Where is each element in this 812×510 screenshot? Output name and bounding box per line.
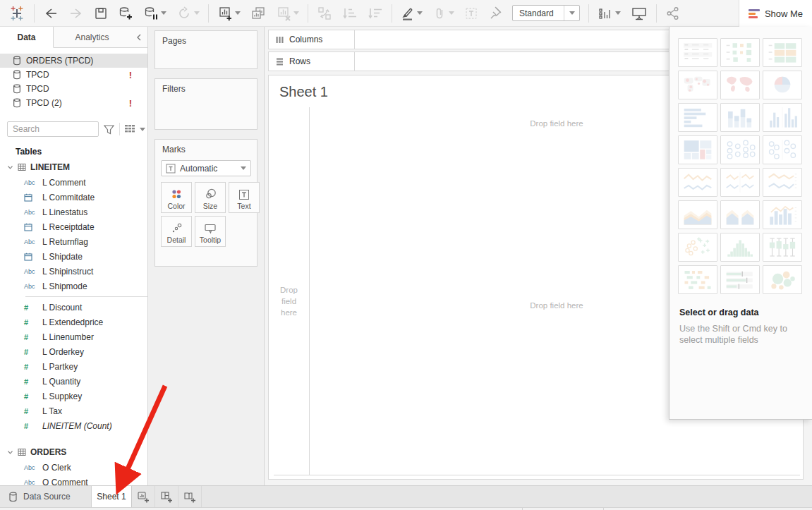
showme-dual-combination[interactable] (763, 200, 802, 229)
showme-packed-bubbles[interactable] (763, 265, 802, 294)
save-icon[interactable] (94, 6, 108, 20)
field-item[interactable]: #L Suppkey (0, 389, 147, 403)
showme-symbol-map[interactable] (678, 71, 717, 99)
view-options-icon[interactable] (124, 124, 135, 134)
showme-dual-lines[interactable] (763, 168, 802, 197)
chevron-down-icon[interactable] (161, 11, 166, 15)
datasource-item[interactable]: TPCD (2)! (0, 96, 147, 110)
color-button[interactable]: Color (161, 182, 192, 213)
fit-dropdown[interactable]: Standard (512, 5, 580, 21)
duplicate-sheet-icon[interactable] (250, 6, 266, 21)
filters-shelf[interactable]: Filters (154, 78, 257, 130)
showme-highlight-table[interactable] (763, 38, 802, 67)
field-item[interactable]: AbcO Comment (0, 475, 147, 485)
datasource-name: TPCD (26, 84, 49, 94)
chevron-down-icon[interactable] (417, 11, 423, 15)
filter-fields-icon[interactable] (103, 123, 115, 135)
chevron-expanded-icon[interactable] (7, 164, 13, 170)
new-story-tab-icon[interactable] (178, 486, 202, 507)
field-item[interactable]: L Commitdate (0, 190, 147, 205)
date-icon (24, 193, 42, 202)
field-item[interactable]: #L Discount (0, 300, 147, 315)
showme-scatter-plot[interactable] (678, 233, 717, 262)
show-mark-labels-icon[interactable] (598, 6, 621, 20)
string-icon: Abc (24, 268, 42, 275)
showme-side-by-side-bars[interactable] (763, 103, 802, 132)
columns-label: Columns (289, 35, 322, 44)
field-item[interactable]: #LINEITEM (Count) (0, 418, 147, 433)
field-item[interactable]: AbcL Shipmode (0, 279, 147, 293)
new-data-source-icon[interactable] (118, 6, 133, 21)
field-item[interactable]: #L Orderkey (0, 344, 147, 359)
new-dashboard-tab-icon[interactable] (155, 486, 178, 507)
showme-heat-map[interactable] (720, 38, 760, 67)
field-item[interactable]: #L Partkey (0, 359, 147, 374)
showme-histogram[interactable] (720, 233, 760, 262)
chevron-down-icon[interactable] (235, 11, 241, 15)
table-icon (18, 163, 26, 171)
datasource-item[interactable]: TPCD (0, 82, 147, 96)
text-button[interactable]: Text (229, 182, 260, 213)
presentation-mode-icon[interactable] (631, 6, 648, 20)
tooltip-button[interactable]: Tooltip (195, 216, 226, 247)
showme-continuous-area[interactable] (678, 200, 717, 229)
chevron-expanded-icon[interactable] (7, 449, 13, 455)
tab-data-source[interactable]: Data Source (0, 486, 92, 507)
new-worksheet-icon[interactable] (217, 6, 241, 21)
search-input[interactable] (7, 121, 99, 137)
fix-axes-icon (488, 6, 502, 21)
text-icon (238, 189, 250, 200)
field-item[interactable]: #L Quantity (0, 374, 147, 389)
datasource-item[interactable]: TPCD! (0, 68, 147, 82)
mark-type-dropdown[interactable]: Automatic (161, 160, 251, 176)
share-icon[interactable] (665, 6, 681, 20)
showme-pie-chart[interactable] (763, 71, 802, 99)
tab-sheet-1[interactable]: Sheet 1 (92, 486, 132, 507)
pause-auto-updates-icon[interactable] (143, 6, 166, 21)
chevron-down-icon[interactable] (615, 11, 621, 15)
undo-icon[interactable] (43, 6, 59, 20)
field-item[interactable]: L Shipdate (0, 249, 147, 264)
showme-filled-map[interactable] (720, 71, 760, 99)
fit-dropdown-value: Standard (513, 8, 564, 18)
field-item[interactable]: AbcL Linestatus (0, 205, 147, 219)
showme-horizontal-bars[interactable] (678, 103, 717, 132)
showme-stacked-bars[interactable] (720, 103, 760, 132)
showme-continuous-lines[interactable] (678, 168, 717, 197)
pages-shelf[interactable]: Pages (154, 30, 257, 69)
collapse-pane-icon[interactable] (131, 27, 147, 47)
field-item[interactable]: L Receiptdate (0, 219, 147, 234)
field-item[interactable]: AbcL Shipinstruct (0, 264, 147, 279)
new-worksheet-tab-icon[interactable] (132, 486, 155, 507)
table-header[interactable]: LINEITEM (0, 159, 147, 175)
field-item[interactable]: AbcL Comment (0, 175, 147, 190)
field-item[interactable]: AbcL Returnflag (0, 234, 147, 249)
chevron-down-icon[interactable] (140, 128, 145, 131)
field-item[interactable]: #L Extendedprice (0, 315, 147, 329)
showme-circle-views[interactable] (720, 135, 760, 164)
show-me-button[interactable]: Show Me (739, 0, 812, 27)
sheet-title: Sheet 1 (279, 84, 328, 100)
showme-bullet-graph[interactable] (720, 265, 760, 294)
showme-discrete-lines[interactable] (720, 168, 760, 197)
showme-discrete-area[interactable] (720, 200, 760, 229)
highlight-icon[interactable] (401, 6, 423, 21)
tab-analytics[interactable]: Analytics (54, 27, 131, 47)
showme-gantt[interactable] (678, 265, 717, 294)
showme-text-table[interactable] (678, 38, 717, 67)
showme-treemap[interactable] (678, 135, 717, 164)
measure-icon: # (24, 333, 42, 341)
detail-button[interactable]: Detail (161, 216, 192, 247)
tab-data[interactable]: Data (0, 27, 54, 48)
table-header[interactable]: ORDERS (0, 444, 147, 460)
showme-box-and-whisker[interactable] (763, 233, 802, 262)
chevron-down-icon[interactable] (241, 166, 246, 170)
chevron-down-icon[interactable] (564, 6, 579, 20)
showme-side-by-side-circles[interactable] (763, 135, 802, 164)
field-item[interactable]: #L Linenumber (0, 329, 147, 344)
field-item[interactable]: AbcO Clerk (0, 460, 147, 475)
datasource-item[interactable]: ORDERS (TPCD) (0, 54, 147, 68)
field-item[interactable]: #L Tax (0, 403, 147, 418)
size-button[interactable]: Size (195, 182, 226, 213)
drop-zone-rows[interactable]: Dropfieldhere (269, 284, 309, 318)
